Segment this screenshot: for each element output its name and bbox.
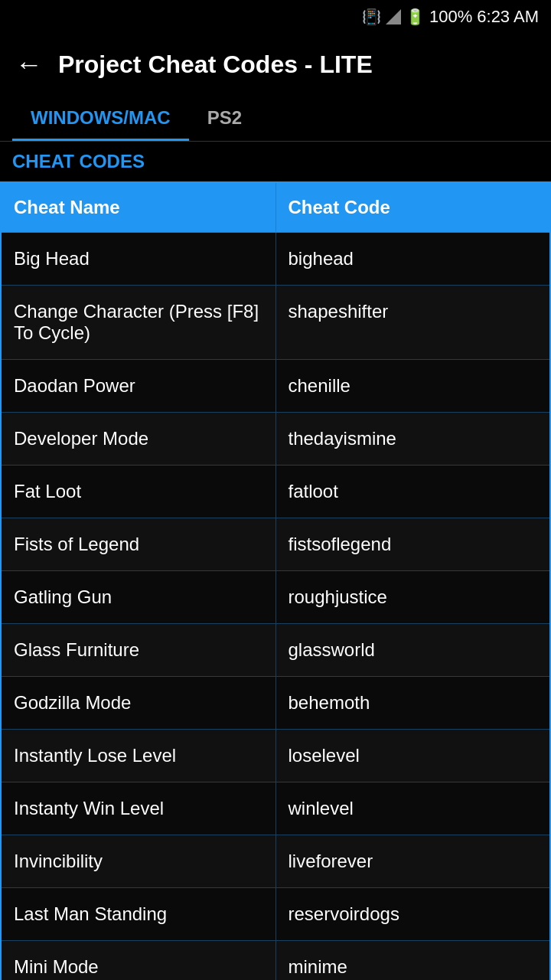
cheat-code-cell: chenille xyxy=(276,360,550,413)
signal-icon xyxy=(386,9,401,24)
status-icons: 📳 🔋 100% 6:23 AM xyxy=(362,7,539,27)
cheat-code-cell: glassworld xyxy=(276,624,550,677)
table-row: Glass Furnitureglassworld xyxy=(1,624,550,677)
table-row: Mini Modeminime xyxy=(1,941,550,981)
cheat-name-cell: Godzilla Mode xyxy=(1,677,276,730)
tab-bar: WINDOWS/MAC PS2 xyxy=(0,95,551,142)
battery-icon: 🔋 xyxy=(406,8,425,26)
status-bar: 📳 🔋 100% 6:23 AM xyxy=(0,0,551,34)
back-button[interactable]: ← xyxy=(15,48,43,80)
cheat-code-cell: fatloot xyxy=(276,466,550,518)
cheat-name-cell: Instantly Lose Level xyxy=(1,730,276,782)
tab-windows-mac[interactable]: WINDOWS/MAC xyxy=(12,95,189,141)
table-header-row: Cheat Name Cheat Code xyxy=(1,182,550,233)
cheat-code-cell: liveforever xyxy=(276,835,550,888)
table-row: Godzilla Modebehemoth xyxy=(1,677,550,730)
table-row: Fat Lootfatloot xyxy=(1,466,550,518)
table-row: Fists of Legendfistsoflegend xyxy=(1,518,550,571)
cheat-code-cell: winlevel xyxy=(276,782,550,835)
vibrate-icon: 📳 xyxy=(362,8,381,26)
table-row: Instantly Lose Levelloselevel xyxy=(1,730,550,782)
header-cheat-code: Cheat Code xyxy=(276,182,550,233)
table-row: Gatling Gunroughjustice xyxy=(1,571,550,624)
cheat-name-cell: Daodan Power xyxy=(1,360,276,413)
battery-percentage: 100% xyxy=(429,7,472,27)
cheat-code-cell: thedayismine xyxy=(276,413,550,466)
cheat-table: Cheat Name Cheat Code Big HeadbigheadCha… xyxy=(0,181,551,980)
cheat-name-cell: Mini Mode xyxy=(1,941,276,981)
cheat-name-cell: Invincibility xyxy=(1,835,276,888)
time-display: 6:23 AM xyxy=(477,7,539,27)
table-row: Daodan Powerchenille xyxy=(1,360,550,413)
cheat-name-cell: Last Man Standing xyxy=(1,888,276,941)
cheat-code-cell: roughjustice xyxy=(276,571,550,624)
cheat-code-cell: shapeshifter xyxy=(276,286,550,360)
table-row: Invincibilityliveforever xyxy=(1,835,550,888)
cheat-code-cell: behemoth xyxy=(276,677,550,730)
cheat-code-cell: minime xyxy=(276,941,550,981)
cheat-name-cell: Gatling Gun xyxy=(1,571,276,624)
cheat-code-cell: fistsoflegend xyxy=(276,518,550,571)
cheat-name-cell: Fat Loot xyxy=(1,466,276,518)
cheat-name-cell: Fists of Legend xyxy=(1,518,276,571)
table-row: Instanty Win Levelwinlevel xyxy=(1,782,550,835)
cheat-code-cell: loselevel xyxy=(276,730,550,782)
app-title: Project Cheat Codes - LITE xyxy=(58,51,373,79)
app-bar: ← Project Cheat Codes - LITE xyxy=(0,34,551,95)
header-cheat-name: Cheat Name xyxy=(1,182,276,233)
cheat-name-cell: Change Character (Press [F8] To Cycle) xyxy=(1,286,276,360)
cheat-name-cell: Big Head xyxy=(1,233,276,286)
cheat-name-cell: Developer Mode xyxy=(1,413,276,466)
tab-ps2[interactable]: PS2 xyxy=(189,95,260,141)
section-header: CHEAT CODES xyxy=(0,142,551,181)
table-row: Last Man Standingreservoirdogs xyxy=(1,888,550,941)
table-row: Change Character (Press [F8] To Cycle)sh… xyxy=(1,286,550,360)
cheat-code-cell: reservoirdogs xyxy=(276,888,550,941)
cheat-name-cell: Instanty Win Level xyxy=(1,782,276,835)
cheat-code-cell: bighead xyxy=(276,233,550,286)
cheat-name-cell: Glass Furniture xyxy=(1,624,276,677)
table-row: Developer Modethedayismine xyxy=(1,413,550,466)
table-row: Big Headbighead xyxy=(1,233,550,286)
